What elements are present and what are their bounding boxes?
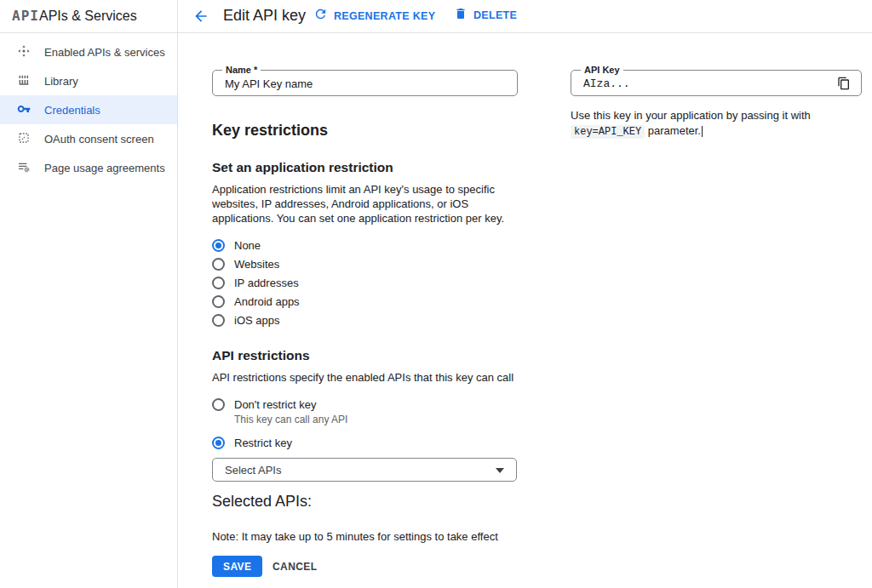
radio-android-apps[interactable]: Android apps — [212, 292, 300, 311]
radio-label: iOS apps — [234, 314, 279, 327]
delete-label: DELETE — [473, 9, 517, 21]
key-restrictions-heading: Key restrictions — [212, 122, 328, 140]
radio-label: Android apps — [234, 295, 300, 308]
app-restriction-radio-group: None Websites IP addresses Android apps … — [212, 236, 300, 329]
sidebar-item-library[interactable]: Library — [0, 66, 177, 95]
regenerate-key-button[interactable]: REGENERATE KEY — [313, 7, 435, 25]
refresh-icon — [313, 7, 328, 25]
sidebar-item-label: OAuth consent screen — [44, 133, 154, 146]
radio-label: Don't restrict key — [234, 398, 316, 411]
radio-dont-restrict-key[interactable]: Don't restrict key — [212, 395, 347, 414]
api-key-field[interactable]: API Key AIza... — [571, 70, 862, 96]
radio-unselected-icon — [212, 314, 225, 327]
select-apis-dropdown[interactable]: Select APIs — [212, 458, 517, 482]
edit-api-key-page: API APIs & Services Edit API key REGENER… — [0, 0, 872, 588]
name-field[interactable]: Name * My API Key name — [212, 70, 518, 96]
library-icon — [17, 73, 31, 89]
app-restriction-heading: Set an application restriction — [212, 160, 393, 175]
name-field-value: My API Key name — [225, 77, 313, 89]
back-button[interactable] — [192, 8, 209, 25]
header-divider — [0, 32, 872, 33]
text-cursor — [702, 126, 703, 137]
key-icon — [17, 102, 31, 118]
sidebar-item-label: Library — [44, 75, 78, 88]
cancel-button[interactable]: CANCEL — [269, 556, 320, 577]
radio-label: None — [234, 239, 261, 252]
sidebar-item-label: Credentials — [44, 104, 100, 117]
sidebar-item-page-usage-agreements[interactable]: Page usage agreements — [0, 153, 177, 182]
api-key-help-prefix: Use this key in your application by pass… — [571, 109, 811, 122]
chevron-down-icon — [496, 468, 504, 473]
page-title: Edit API key — [223, 7, 306, 25]
radio-none[interactable]: None — [212, 236, 300, 254]
api-key-help-text: Use this key in your application by pass… — [571, 108, 867, 140]
app-restriction-description: Application restrictions limit an API ke… — [212, 182, 524, 225]
radio-websites[interactable]: Websites — [212, 254, 300, 273]
agreements-icon — [17, 160, 31, 176]
selected-apis-heading: Selected APIs: — [212, 493, 312, 511]
name-field-label: Name * — [222, 65, 261, 75]
product-name: APIs & Services — [39, 9, 137, 24]
radio-selected-icon — [212, 437, 225, 449]
sidebar-item-credentials[interactable]: Credentials — [0, 95, 177, 124]
sidebar-divider — [177, 0, 178, 588]
delete-button[interactable]: DELETE — [454, 7, 517, 24]
select-apis-value: Select APIs — [225, 464, 281, 477]
radio-unselected-icon — [212, 258, 225, 271]
radio-label: Restrict key — [234, 437, 292, 449]
radio-ios-apps[interactable]: iOS apps — [212, 311, 300, 329]
save-button[interactable]: SAVE — [212, 556, 262, 577]
radio-label: Websites — [234, 258, 279, 271]
sidebar-item-label: Enabled APIs & services — [44, 46, 165, 59]
enabled-apis-icon — [17, 44, 31, 60]
sidebar-item-oauth-consent[interactable]: OAuth consent screen — [0, 124, 177, 153]
api-restrictions-radio-group: Don't restrict key This key can call any… — [212, 395, 347, 452]
api-key-field-label: API Key — [581, 65, 623, 75]
api-key-help-suffix: parameter. — [645, 124, 701, 137]
trash-icon — [454, 7, 468, 24]
radio-label: IP addresses — [234, 277, 299, 289]
sidebar-item-label: Page usage agreements — [44, 162, 165, 174]
oauth-icon — [17, 131, 31, 147]
sidebar-item-enabled-apis[interactable]: Enabled APIs & services — [0, 37, 177, 66]
api-restrictions-heading: API restrictions — [212, 348, 310, 363]
api-logo: API — [12, 8, 39, 24]
api-key-help-code: key=API_KEY — [571, 125, 645, 139]
radio-ip-addresses[interactable]: IP addresses — [212, 273, 300, 292]
radio-selected-icon — [212, 239, 225, 252]
back-arrow-icon — [192, 13, 209, 27]
sidebar: Enabled APIs & services Library Credenti… — [0, 37, 177, 182]
settings-note: Note: It may take up to 5 minutes for se… — [212, 530, 498, 543]
api-restrictions-description: API restrictions specify the enabled API… — [212, 371, 536, 384]
radio-unselected-icon — [212, 398, 225, 411]
radio-unselected-icon — [212, 277, 225, 289]
radio-restrict-key[interactable]: Restrict key — [212, 433, 347, 452]
regenerate-key-label: REGENERATE KEY — [334, 10, 435, 22]
radio-unselected-icon — [212, 295, 225, 308]
copy-icon[interactable] — [837, 77, 851, 90]
api-key-field-value: AIza... — [583, 77, 630, 89]
dont-restrict-key-sublabel: This key can call any API — [212, 414, 347, 429]
